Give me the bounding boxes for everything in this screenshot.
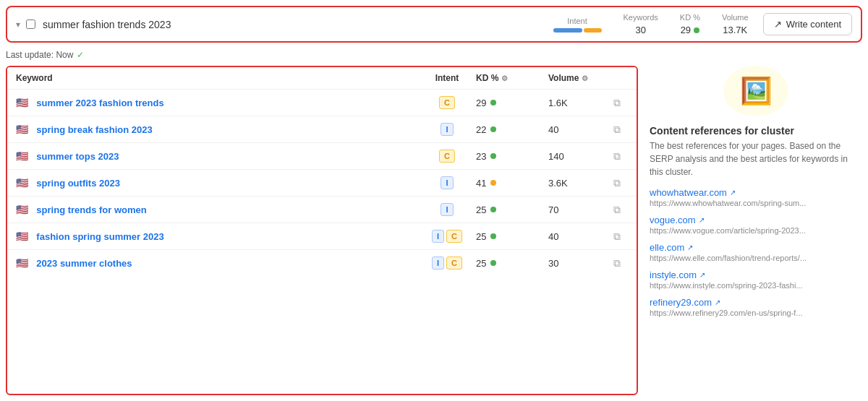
volume-filter-icon[interactable]: ⚙ (582, 74, 588, 82)
keyword-cell: 🇺🇸 fashion spring summer 2023 (16, 230, 418, 242)
kd-cell: 25 (476, 204, 548, 215)
copy-icon[interactable]: ⧉ (613, 97, 621, 109)
intent-badge-c: C (446, 256, 462, 270)
kd-number: 41 (476, 178, 486, 189)
intent-cell: I (418, 176, 476, 189)
copy-icon[interactable]: ⧉ (613, 230, 621, 243)
ref-domain-link[interactable]: refinery29.com ↗ (650, 297, 862, 308)
kd-number: 23 (476, 151, 486, 162)
action-cell: ⧉ (606, 257, 628, 270)
copy-icon[interactable]: ⧉ (613, 177, 621, 189)
intent-bar-i (553, 28, 582, 33)
content-area: Keyword Intent KD % ⚙ Volume ⚙ 🇺🇸 summer… (6, 66, 862, 395)
kd-cell: 41 (476, 178, 548, 189)
check-icon: ✓ (77, 50, 84, 60)
kd-label: KD % (680, 13, 700, 22)
ref-url: https://www.elle.com/fashion/trend-repor… (650, 254, 862, 262)
action-cell: ⧉ (606, 124, 628, 136)
kd-number: 29 (476, 98, 486, 108)
external-link-icon: ↗ (687, 243, 693, 251)
col-header-volume: Volume ⚙ (548, 73, 606, 83)
kd-dot (490, 180, 496, 186)
status-bar: Last update: Now ✓ (6, 50, 862, 60)
table-body: 🇺🇸 summer 2023 fashion trends C 29 1.6K … (7, 90, 637, 276)
row-checkbox[interactable] (26, 20, 35, 29)
keyword-cell: 🇺🇸 summer 2023 fashion trends (16, 97, 418, 108)
flag-icon: 🇺🇸 (16, 177, 28, 189)
external-link-icon: ↗ (699, 216, 705, 224)
kd-dot (490, 126, 496, 132)
keyword-link[interactable]: spring break fashion 2023 (36, 124, 152, 135)
ref-domain-link[interactable]: instyle.com ↗ (650, 270, 862, 280)
ref-domain: instyle.com (650, 270, 697, 280)
action-cell: ⧉ (606, 97, 628, 109)
header-row: ▾ summer fashion trends 2023 Intent Keyw… (6, 6, 862, 43)
copy-icon[interactable]: ⧉ (613, 257, 621, 270)
write-icon: ↗ (774, 19, 782, 30)
keyword-link[interactable]: spring trends for women (36, 204, 146, 215)
copy-icon[interactable]: ⧉ (613, 124, 621, 136)
ref-item: whowhatwear.com ↗ https://www.whowhatwea… (650, 187, 862, 207)
external-link-icon: ↗ (715, 298, 720, 306)
copy-icon[interactable]: ⧉ (613, 150, 621, 163)
ref-item: elle.com ↗ https://www.elle.com/fashion/… (650, 242, 862, 262)
keywords-label: Keywords (624, 13, 658, 22)
kd-filter-icon[interactable]: ⚙ (501, 74, 508, 82)
main-container: ▾ summer fashion trends 2023 Intent Keyw… (0, 0, 868, 401)
kd-dot (694, 27, 699, 33)
cluster-title: summer fashion trends 2023 (43, 19, 553, 30)
intent-badge-i: I (441, 123, 453, 136)
keywords-value: 30 (635, 25, 645, 35)
volume-meta: Volume 13.7K (722, 13, 749, 35)
table-row: 🇺🇸 spring outfits 2023 I 41 3.6K ⧉ (7, 170, 637, 197)
copy-icon[interactable]: ⧉ (613, 204, 621, 216)
intent-badge-c: C (446, 230, 462, 243)
intent-cell: I (418, 123, 476, 136)
ref-item: vogue.com ↗ https://www.vogue.com/articl… (650, 215, 862, 235)
keyword-link[interactable]: 2023 summer clothes (36, 258, 132, 269)
keyword-link[interactable]: fashion spring summer 2023 (36, 231, 163, 242)
keyword-link[interactable]: spring outfits 2023 (36, 178, 120, 189)
intent-badge-i: I (441, 203, 453, 216)
kd-dot (490, 233, 496, 239)
refs-list: whowhatwear.com ↗ https://www.whowhatwea… (650, 187, 862, 324)
ref-domain-link[interactable]: vogue.com ↗ (650, 215, 862, 225)
intent-bars (553, 28, 602, 33)
col-header-keyword: Keyword (16, 73, 418, 83)
volume-cell: 40 (548, 124, 606, 135)
flag-icon: 🇺🇸 (16, 257, 28, 269)
kd-number: 22 (476, 124, 486, 135)
keyword-link[interactable]: summer 2023 fashion trends (36, 98, 163, 108)
ref-item: refinery29.com ↗ https://www.refinery29.… (650, 297, 862, 317)
action-cell: ⧉ (606, 177, 628, 189)
keyword-cell: 🇺🇸 spring outfits 2023 (16, 177, 418, 189)
kd-dot (490, 153, 496, 159)
kd-number: 29 (681, 25, 691, 35)
ref-domain: refinery29.com (650, 297, 712, 308)
ref-domain-link[interactable]: whowhatwear.com ↗ (650, 187, 862, 198)
ref-domain: vogue.com (650, 215, 696, 225)
intent-label: Intent (567, 17, 587, 25)
volume-cell: 70 (548, 204, 606, 215)
volume-cell: 30 (548, 258, 606, 269)
table-row: 🇺🇸 fashion spring summer 2023 IC 25 40 ⧉ (7, 223, 637, 250)
ref-url: https://www.whowhatwear.com/spring-sum..… (650, 199, 862, 207)
intent-badge-c: C (439, 150, 455, 163)
table-row: 🇺🇸 spring trends for women I 25 70 ⧉ (7, 197, 637, 223)
chevron-down-icon[interactable]: ▾ (16, 20, 20, 30)
ref-item: instyle.com ↗ https://www.instyle.com/sp… (650, 270, 862, 290)
write-content-button[interactable]: ↗ Write content (763, 13, 852, 35)
action-cell: ⧉ (606, 230, 628, 243)
intent-badge-i: I (432, 256, 444, 270)
volume-cell: 140 (548, 151, 606, 162)
ref-url: https://www.refinery29.com/en-us/spring-… (650, 309, 862, 317)
table-header: Keyword Intent KD % ⚙ Volume ⚙ (7, 67, 637, 90)
ref-domain-link[interactable]: elle.com ↗ (650, 242, 862, 253)
intent-badge-i: I (441, 176, 453, 189)
header-meta: Intent Keywords 30 KD % 29 Volume 13.7K (553, 13, 749, 35)
kd-number: 25 (476, 231, 486, 242)
keyword-link[interactable]: summer tops 2023 (36, 151, 119, 162)
table-row: 🇺🇸 2023 summer clothes IC 25 30 ⧉ (7, 250, 637, 276)
illustration: 🖼️ (650, 66, 862, 116)
intent-cell: C (418, 96, 476, 109)
